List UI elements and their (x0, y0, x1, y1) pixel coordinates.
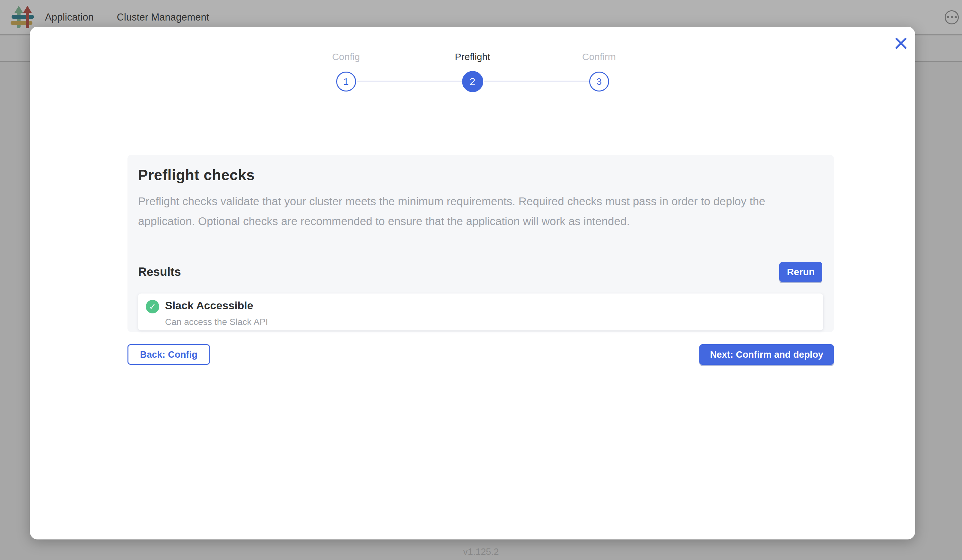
step-label: Preflight (455, 50, 490, 63)
preflight-modal: Config 1 Preflight 2 Confirm 3 Preflight… (30, 27, 915, 539)
result-text: Slack Accessible Can access the Slack AP… (165, 299, 268, 327)
result-description: Can access the Slack API (165, 317, 268, 327)
preflight-panel: Preflight checks Preflight checks valida… (128, 155, 834, 332)
panel-title: Preflight checks (138, 166, 823, 184)
wizard-stepper: Config 1 Preflight 2 Confirm 3 (283, 50, 662, 92)
close-button[interactable] (892, 34, 910, 52)
step-circle-3[interactable]: 3 (589, 72, 609, 92)
back-config-button[interactable]: Back: Config (128, 344, 210, 365)
step-confirm: Confirm 3 (536, 50, 662, 92)
panel-description: Preflight checks validate that your clus… (138, 191, 803, 231)
step-label: Confirm (582, 50, 616, 63)
results-title: Results (138, 265, 181, 279)
stepper-connector (357, 81, 462, 82)
next-confirm-deploy-button[interactable]: Next: Confirm and deploy (699, 344, 834, 365)
step-circle-1[interactable]: 1 (336, 72, 356, 92)
stepper-connector (484, 81, 589, 82)
modal-actions: Back: Config Next: Confirm and deploy (128, 344, 834, 365)
step-circle-2[interactable]: 2 (462, 71, 483, 92)
result-title: Slack Accessible (165, 299, 268, 312)
preflight-result-row: ✓ Slack Accessible Can access the Slack … (138, 294, 823, 331)
check-pass-icon: ✓ (146, 300, 159, 313)
close-icon (895, 37, 907, 50)
step-config: Config 1 (283, 50, 409, 92)
rerun-button[interactable]: Rerun (779, 262, 822, 282)
step-preflight: Preflight 2 (409, 50, 536, 92)
results-header-row: Results Rerun (138, 262, 823, 282)
step-label: Config (332, 50, 360, 63)
